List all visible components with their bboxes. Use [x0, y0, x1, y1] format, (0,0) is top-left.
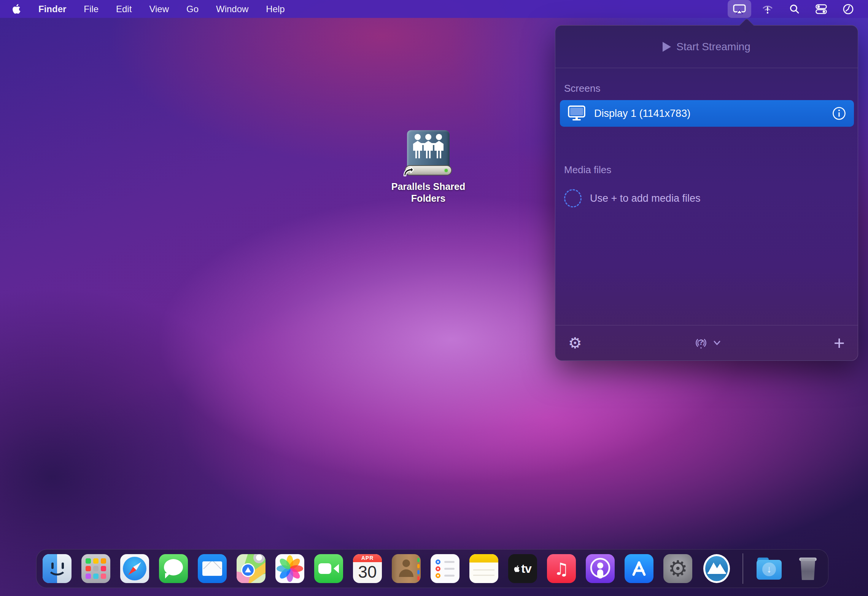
app-store-a-icon	[628, 557, 650, 580]
chevron-down-icon	[713, 340, 721, 346]
settings-gear-icon[interactable]: ⚙	[568, 335, 582, 351]
help-menu[interactable]: ?	[693, 335, 721, 351]
calendar-day: 30	[353, 561, 382, 583]
shared-drive-icon	[404, 129, 453, 177]
dock-item-system-preferences[interactable]: ⚙	[663, 554, 692, 583]
menu-window[interactable]: Window	[216, 4, 248, 14]
menu-bar-left: Finder File Edit View Go Window Help	[0, 4, 285, 14]
people-glyph	[412, 133, 445, 164]
menu-file[interactable]: File	[84, 4, 99, 14]
dock-item-music[interactable]: ♫	[547, 554, 576, 583]
dock-item-reminders[interactable]	[431, 554, 459, 583]
menu-bar-status-area	[728, 0, 868, 18]
dock-item-app-store[interactable]	[625, 554, 653, 583]
media-placeholder-circle	[564, 189, 582, 207]
screen-mirroring-icon[interactable]	[728, 0, 751, 18]
help-icon: ?	[693, 335, 709, 351]
dock-item-contacts[interactable]	[392, 554, 421, 583]
dock-item-maps[interactable]	[237, 554, 265, 583]
menu-app-name[interactable]: Finder	[38, 4, 66, 14]
drive-led	[445, 169, 448, 172]
dock-item-mail[interactable]	[198, 554, 227, 583]
podcasts-icon	[586, 554, 615, 583]
dock-item-photos[interactable]	[275, 554, 304, 583]
popover-footer: ⚙ ? +	[555, 325, 858, 360]
screen-row-label: Display 1 (1141x783)	[594, 108, 823, 120]
dock-item-facetime[interactable]	[314, 554, 343, 583]
menu-go[interactable]: Go	[186, 4, 199, 14]
music-note-icon: ♫	[554, 559, 569, 578]
clock-icon[interactable]	[838, 0, 859, 18]
desktop-icon-parallels-shared-folders[interactable]: Parallels Shared Folders	[387, 129, 469, 204]
dock-item-parallels[interactable]	[702, 554, 731, 583]
media-empty-row: Use + to add media files	[564, 189, 700, 207]
dock-item-messages[interactable]	[159, 554, 188, 583]
tv-glyph: tv	[521, 562, 531, 576]
trash-bin-icon	[800, 558, 816, 580]
apple-icon	[12, 4, 21, 14]
play-icon	[663, 42, 671, 52]
alias-arrow-badge	[402, 166, 414, 177]
search-icon[interactable]	[784, 0, 805, 18]
menu-help[interactable]: Help	[266, 4, 285, 14]
wifi-alert-icon[interactable]	[757, 0, 779, 18]
desktop-icon-label: Parallels Shared Folders	[387, 181, 469, 204]
menu-edit[interactable]: Edit	[116, 4, 132, 14]
dock: APR 30 tv ♫	[36, 549, 828, 588]
video-camera-icon	[318, 563, 331, 574]
display-icon	[568, 105, 586, 122]
apple-icon	[514, 565, 520, 572]
dock-item-calendar[interactable]: APR 30	[353, 554, 382, 583]
download-arrow-icon: ↓	[762, 563, 776, 576]
menu-view[interactable]: View	[149, 4, 169, 14]
dock-item-trash[interactable]	[793, 554, 822, 583]
dock-item-notes[interactable]	[469, 554, 498, 583]
media-section-label: Media files	[564, 164, 611, 176]
add-media-button[interactable]: +	[834, 333, 845, 352]
streaming-popover: Start Streaming Screens Display 1 (1141x…	[555, 25, 858, 361]
dock-divider	[742, 553, 743, 584]
dock-item-finder[interactable]	[43, 554, 72, 583]
start-streaming-label: Start Streaming	[676, 41, 750, 53]
start-streaming-button[interactable]: Start Streaming	[555, 25, 858, 68]
dock-item-tv[interactable]: tv	[508, 554, 537, 583]
apple-menu[interactable]	[12, 4, 21, 14]
person-silhouette-icon	[402, 559, 410, 567]
screen-row-display-1[interactable]: Display 1 (1141x783)	[560, 100, 854, 127]
dock-item-safari[interactable]	[120, 554, 149, 583]
info-icon[interactable]	[832, 106, 846, 121]
svg-text:?: ?	[698, 338, 703, 346]
media-hint-text: Use + to add media files	[590, 193, 700, 204]
control-center-icon[interactable]	[810, 0, 832, 18]
navigation-arrow-icon	[241, 563, 255, 577]
gear-icon: ⚙	[668, 558, 688, 580]
dock-item-downloads[interactable]: ↓	[755, 554, 784, 583]
dock-item-launchpad[interactable]	[81, 554, 110, 583]
menu-bar: Finder File Edit View Go Window Help	[0, 0, 868, 18]
screens-section-label: Screens	[564, 83, 600, 94]
dock-item-podcasts[interactable]	[586, 554, 615, 583]
